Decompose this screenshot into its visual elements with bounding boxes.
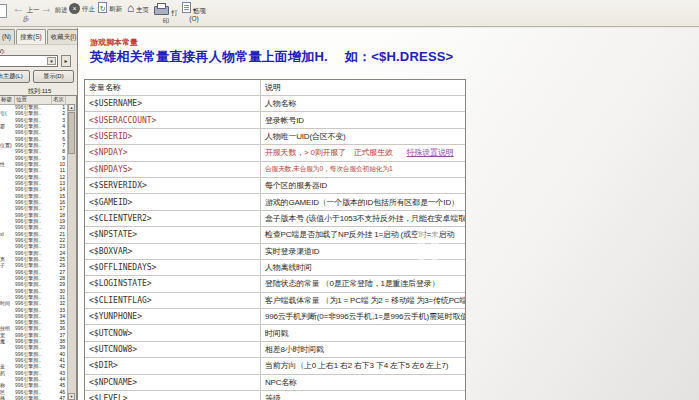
table-row: <$OFFLINEDAYS> 人物离线时间	[85, 259, 465, 275]
hide-icon[interactable]	[0, 4, 7, 18]
description-cell: 游戏的GAMEID（一个版本的ID包括所有区都是一个ID）	[261, 194, 465, 209]
variable-name-cell: <$LEVEL>	[85, 391, 261, 400]
variable-name-cell: <$NPCNAME>	[85, 375, 261, 390]
boolean-operator-button[interactable]: ▸	[61, 55, 71, 67]
column-rank[interactable]: 名次	[52, 96, 66, 104]
description-cell: 每个区的服务器ID	[261, 178, 465, 193]
table-row: <$NPCNAME> NPC名称	[85, 374, 465, 390]
search-results-list: 标题 位置 名次 996引擎脚.. 1 引( 996引擎脚.. 2 996引擎脚…	[0, 95, 77, 400]
description-text: 开服天数，> 0则开服了 正式服生效	[265, 147, 393, 158]
table-row: <$USERID> 人物唯一UID(合区不变)	[85, 128, 465, 144]
table-header: 变量名称 说明	[85, 80, 465, 95]
table-row: <$BOXVAR> 实时登录渠道ID	[85, 243, 465, 259]
home-icon	[127, 2, 134, 15]
table-row: <$GAMEID> 游戏的GAMEID（一个版本的ID包括所有区都是一个ID）	[85, 193, 465, 209]
table-row: <$DIR> 当前方向（上0 上右1 右2 右下3 下4 左下5 左6 左上7)	[85, 357, 465, 373]
description-text: 每个区的服务器ID	[265, 180, 327, 191]
special-settings-link[interactable]: 特殊设置说明	[407, 147, 454, 158]
description-text: 登录帐号ID	[265, 115, 304, 126]
description-cell: NPC名称	[261, 375, 465, 390]
toolbar-button[interactable]: 主页	[124, 2, 152, 15]
description-text: 相差8小时时间戳	[265, 344, 324, 355]
table-row: <$CLIENTFLAG> 客户端载体常量 （为1 = PC端 为2 = 移动端…	[85, 292, 465, 308]
search-input[interactable]: ▼	[0, 55, 58, 67]
list-scrollbar[interactable]: ▲ ▼	[67, 104, 76, 400]
description-text: 当前方向（上0 上右1 右2 右下3 下4 左下5 左6 左上7)	[265, 360, 448, 371]
description-cell: 开服天数，> 0则开服了 正式服生效 特殊设置说明	[261, 145, 465, 160]
description-text: 时间戳	[265, 328, 288, 339]
stop-icon	[69, 3, 80, 14]
description-text: 合服天数,未合服为0，每次合服会初始化为1	[265, 164, 393, 174]
variable-name-cell: <$UTCNOW8>	[85, 342, 261, 357]
sidebar-tab[interactable]: (N)	[0, 29, 15, 45]
description-text: 实时登录渠道ID	[265, 246, 319, 257]
back-icon	[13, 2, 25, 15]
description-text: 人物名称	[265, 98, 296, 109]
description-text: 等级	[265, 393, 281, 400]
description-text: 盒子版本号 (该值小于1053不支持反外挂，只能在安卓端取值)	[265, 213, 465, 224]
description-cell: 时间戳	[261, 325, 465, 340]
description-cell: 人物离线时间	[261, 260, 465, 275]
description-cell: 相差8小时时间戳	[261, 342, 465, 357]
search-pane: 键入要查找的单词(W): ▼ ▸ 列出主题(L) 显示(D) 找到:115 标题…	[0, 44, 77, 400]
list-topics-button[interactable]: 列出主题(L)	[0, 70, 30, 83]
toolbar-button-label: 上一步	[23, 6, 40, 22]
toolbar: 上一步 前进 停止 刷新 主页 打印 选项(O)	[0, 0, 699, 27]
table-row: <$CLIENTVER2> 盒子版本号 (该值小于1053不支持反外挂，只能在安…	[85, 210, 465, 226]
variable-name-cell: <$DIR>	[85, 358, 261, 373]
toolbar-button[interactable]: 刷新	[96, 2, 124, 13]
variable-name-cell: <$CLIENTFLAG>	[85, 293, 261, 308]
description-text: 客户端载体常量 （为1 = PC端 为2 = 移动端 为3=传统PC端）	[265, 295, 465, 306]
table-row: <$LEVEL> 等级	[85, 390, 465, 400]
description-cell: 客户端载体常量 （为1 = PC端 为2 = 移动端 为3=传统PC端）	[261, 293, 465, 308]
toolbar-button-label: 选项(O)	[189, 7, 206, 22]
table-row: <$LOGINSTATE> 登陆状态的常量 （0是正常登陆，1是重连后登录）	[85, 275, 465, 291]
description-text: 人物唯一UID(合区不变)	[265, 131, 346, 142]
sidebar-tab[interactable]: 搜索(S)	[16, 29, 46, 45]
variable-name-cell: <$SERVERIDX>	[85, 178, 261, 193]
results-rows: 996引擎脚.. 1 引( 996引擎脚.. 2 996引擎脚.. 3 题 99…	[0, 104, 68, 400]
description-cell: 登陆状态的常量 （0是正常登陆，1是重连后登录）	[261, 276, 465, 291]
description-text: NPC名称	[265, 377, 297, 388]
options-icon	[182, 2, 191, 13]
table-row: <$NPSTATE> 检查PC端是否加载了NP反外挂 1=启动 (或空时=未启动	[85, 226, 465, 242]
header-variable-name: 变量名称	[85, 80, 261, 95]
description-text: 人物离线时间	[265, 262, 312, 273]
chevron-down-icon[interactable]: ▼	[47, 57, 56, 65]
toolbar-button-label: 停止	[82, 5, 95, 12]
toolbar-button[interactable]: 前进	[40, 2, 68, 15]
column-title[interactable]: 标题	[0, 96, 15, 104]
list-item[interactable]: 移 996引擎脚.. 47	[0, 395, 68, 400]
description-cell: 等级	[261, 391, 465, 400]
description-cell: 合服天数,未合服为0，每次合服会初始化为1	[261, 162, 465, 177]
toolbar-button[interactable]: 上一步	[12, 2, 40, 23]
description-cell: 当前方向（上0 上右1 右2 右下3 下4 左下5 左6 左上7)	[261, 358, 465, 373]
toolbar-button[interactable]: 打印	[152, 2, 180, 25]
variable-name-cell: <$YUNPHONE>	[85, 309, 261, 324]
forward-icon	[41, 2, 53, 15]
description-cell: 人物唯一UID(合区不变)	[261, 129, 465, 144]
description-cell: 登录帐号ID	[261, 112, 465, 127]
page-title: 游戏脚本常量	[90, 37, 138, 48]
variable-name-cell: <$NPDAYS>	[85, 162, 261, 177]
table-row: <$YUNPHONE> 996云手机判断(0=非996云手机,1=是996云手机…	[85, 308, 465, 324]
scrollbar-thumb[interactable]	[68, 112, 75, 154]
print-icon	[154, 6, 169, 15]
variable-name-cell: <$CLIENTVER2>	[85, 211, 261, 226]
table-row: <$NPDAY> 开服天数，> 0则开服了 正式服生效 特殊设置说明	[85, 144, 465, 160]
toolbar-button[interactable]: 选项(O)	[180, 2, 208, 23]
scroll-up-icon[interactable]: ▲	[68, 104, 75, 111]
variable-name-cell: <$BOXVAR>	[85, 244, 261, 259]
sidebar-tab[interactable]: 收藏夹(I)	[47, 29, 77, 45]
column-location[interactable]: 位置	[15, 96, 52, 104]
variable-name-cell: <$LOGINSTATE>	[85, 276, 261, 291]
scroll-down-icon[interactable]: ▼	[68, 393, 75, 400]
refresh-icon	[98, 2, 107, 13]
variable-name-cell: <$GAMEID>	[85, 194, 261, 209]
variable-name-cell: <$OFFLINEDAYS>	[85, 260, 261, 275]
toolbar-button[interactable]: 停止	[68, 2, 96, 14]
variable-name-cell: <$USERID>	[85, 129, 261, 144]
toolbar-button-label: 主页	[136, 6, 149, 13]
display-button[interactable]: 显示(D)	[33, 70, 74, 83]
description-text: 996云手机判断(0=非996云手机,1=是996云手机)需延时取值(线上)	[265, 311, 465, 322]
